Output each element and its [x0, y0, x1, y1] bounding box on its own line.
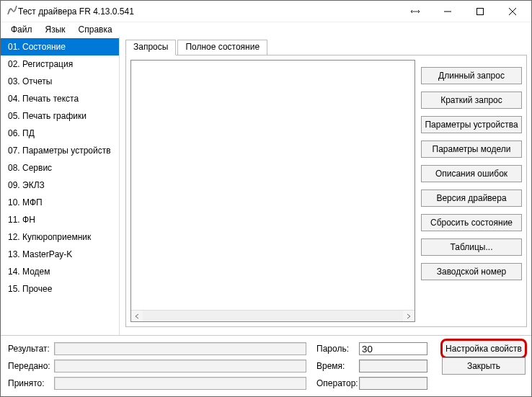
sidebar-item-print-graphics[interactable]: 05. Печать графики: [1, 107, 119, 125]
operator-label: Оператор:: [316, 378, 356, 388]
time-label: Время:: [316, 361, 356, 371]
model-params-button[interactable]: Параметры модели: [421, 140, 522, 158]
sidebar-item-eklz[interactable]: 09. ЭКЛЗ: [1, 177, 119, 194]
sidebar-item-service[interactable]: 08. Сервис: [1, 159, 119, 177]
menu-bar: Файл Язык Справка: [1, 22, 531, 37]
tab-strip: Запросы Полное состояние: [125, 40, 527, 55]
error-desc-button[interactable]: Описания ошибок: [421, 165, 522, 182]
scroll-track[interactable]: [143, 311, 403, 321]
sent-field: [54, 360, 306, 373]
sidebar-item-other[interactable]: 15. Прочее: [1, 280, 119, 298]
close-button[interactable]: [496, 1, 528, 22]
status-panel: Результат: Пароль: Настройка свойств Пер…: [1, 336, 531, 395]
device-params-button[interactable]: Параметры устройства: [421, 116, 522, 133]
driver-version-button[interactable]: Версия драйвера: [421, 189, 522, 207]
scroll-left-icon[interactable]: [131, 311, 143, 321]
operator-field: [359, 377, 427, 390]
window-title: Тест драйвера FR 4.13.0.541: [18, 6, 399, 17]
output-text: [131, 61, 414, 310]
reset-state-button[interactable]: Сбросить состояние: [421, 214, 522, 231]
action-buttons: Длинный запрос Краткий запрос Параметры …: [415, 60, 522, 322]
menu-file[interactable]: Файл: [5, 24, 38, 35]
tab-requests[interactable]: Запросы: [125, 40, 176, 55]
close-app-button[interactable]: Закрыть: [442, 357, 526, 375]
sidebar-item-fn[interactable]: 11. ФН: [1, 211, 119, 228]
main-area: 01. Состояние 02. Регистрация 03. Отчеты…: [1, 37, 531, 336]
sidebar-item-device-params[interactable]: 07. Параметры устройств: [1, 142, 119, 159]
sidebar-item-masterpay[interactable]: 13. MasterPay-K: [1, 246, 119, 263]
sidebar-item-pd[interactable]: 06. ПД: [1, 125, 119, 142]
result-label: Результат:: [8, 344, 51, 354]
svg-rect-1: [476, 8, 483, 14]
maximize-button[interactable]: [464, 1, 496, 22]
properties-button[interactable]: Настройка свойств: [442, 340, 526, 357]
content-area: Запросы Полное состояние Длинный запрос …: [120, 37, 531, 335]
password-input[interactable]: [359, 342, 427, 355]
menu-language[interactable]: Язык: [40, 24, 71, 35]
sidebar-item-bill-acceptor[interactable]: 12. Купюроприемник: [1, 228, 119, 246]
received-field: [54, 377, 306, 390]
tables-button[interactable]: Таблицы...: [421, 238, 522, 256]
scroll-right-icon[interactable]: [403, 311, 414, 321]
factory-number-button[interactable]: Заводской номер: [421, 263, 522, 280]
result-field: [54, 342, 306, 355]
minimize-button[interactable]: [431, 1, 464, 22]
menu-help[interactable]: Справка: [73, 24, 118, 35]
sidebar-item-print-text[interactable]: 04. Печать текста: [1, 90, 119, 107]
sidebar-item-registration[interactable]: 02. Регистрация: [1, 55, 119, 73]
drag-icon: [399, 1, 431, 22]
app-icon: [6, 4, 18, 18]
sent-label: Передано:: [8, 361, 51, 371]
received-label: Принято:: [8, 378, 51, 388]
password-label: Пароль:: [316, 344, 356, 354]
tab-panel: Длинный запрос Краткий запрос Параметры …: [125, 55, 527, 327]
long-request-button[interactable]: Длинный запрос: [421, 67, 522, 84]
title-bar: Тест драйвера FR 4.13.0.541: [1, 1, 531, 22]
sidebar-item-state[interactable]: 01. Состояние: [1, 38, 119, 55]
output-textarea[interactable]: [130, 60, 415, 322]
sidebar: 01. Состояние 02. Регистрация 03. Отчеты…: [1, 37, 120, 335]
short-request-button[interactable]: Краткий запрос: [421, 92, 522, 109]
horizontal-scrollbar[interactable]: [131, 310, 414, 321]
tab-full-state[interactable]: Полное состояние: [177, 40, 267, 55]
sidebar-item-mfp[interactable]: 10. МФП: [1, 194, 119, 211]
sidebar-item-modem[interactable]: 14. Модем: [1, 263, 119, 280]
time-field: [359, 360, 427, 373]
sidebar-item-reports[interactable]: 03. Отчеты: [1, 73, 119, 90]
